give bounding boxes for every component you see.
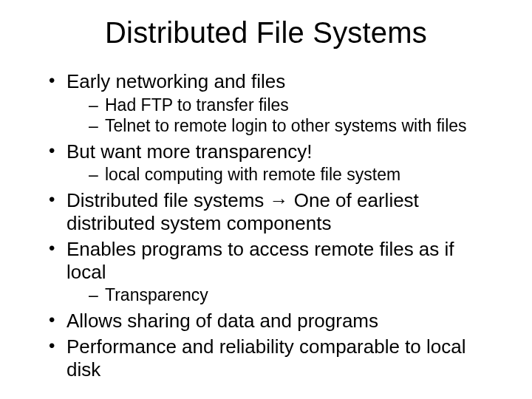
sub-bullet-text: Telnet to remote login to other systems … (105, 116, 467, 135)
bullet-text: Allows sharing of data and programs (66, 310, 378, 332)
bullet-text: Distributed file systems (66, 189, 270, 211)
bullet-item: Enables programs to access remote files … (49, 238, 497, 305)
bullet-item: Early networking and files Had FTP to tr… (49, 70, 497, 136)
bullet-item: Allows sharing of data and programs (49, 310, 497, 332)
bullet-item: Performance and reliability comparable t… (49, 335, 497, 381)
bullet-text: Performance and reliability comparable t… (66, 335, 466, 381)
bullet-text: But want more transparency! (66, 140, 312, 163)
bullet-item: But want more transparency! local comput… (49, 140, 497, 185)
sub-bullet-list: local computing with remote file system (66, 164, 497, 185)
slide: Distributed File Systems Early networkin… (0, 0, 532, 399)
sub-bullet-text: Transparency (105, 285, 208, 304)
arrow-icon: → (270, 189, 289, 211)
bullet-text: Enables programs to access remote files … (66, 238, 454, 283)
sub-bullet-text: Had FTP to transfer files (105, 95, 289, 115)
bullet-list: Early networking and files Had FTP to tr… (35, 70, 497, 381)
sub-bullet-item: Transparency (89, 284, 497, 305)
sub-bullet-list: Had FTP to transfer files Telnet to remo… (66, 95, 497, 136)
bullet-item: Distributed file systems → One of earlie… (49, 189, 497, 234)
bullet-text: Early networking and files (66, 70, 285, 92)
sub-bullet-list: Transparency (66, 284, 497, 305)
sub-bullet-item: Had FTP to transfer files (89, 95, 497, 115)
sub-bullet-text: local computing with remote file system (105, 165, 400, 184)
sub-bullet-item: Telnet to remote login to other systems … (89, 115, 497, 136)
sub-bullet-item: local computing with remote file system (89, 164, 497, 185)
slide-title: Distributed File Systems (35, 16, 497, 50)
